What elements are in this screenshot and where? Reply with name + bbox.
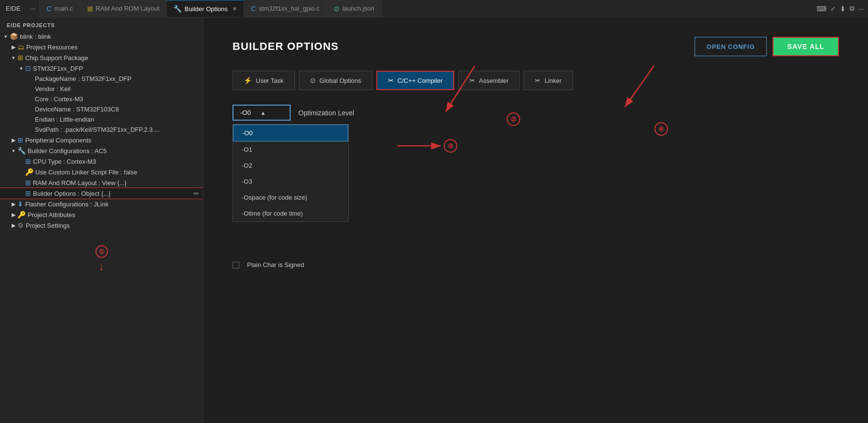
tab-launch-json[interactable]: ⊙launch.json	[327, 0, 382, 17]
cpp-compiler-tab-label: C/C++ Compiler	[398, 77, 443, 84]
tab-ram-rom[interactable]: ⊞RAM And ROM Layout	[80, 0, 167, 17]
option-tabs: ⚡User Task⊙Global Options✂C/C++ Compiler…	[232, 71, 839, 90]
linker-tab-label: Linker	[544, 77, 561, 84]
ram-rom-layout-label: RAM And ROM Layout : View {...}	[33, 179, 203, 187]
tab-stm32-hal[interactable]: Cstm32f1xx_hal_gpio.c	[244, 0, 327, 17]
ram-rom-layout-icon: ⊞	[25, 179, 31, 187]
optimization-selected-value: -O0	[240, 109, 251, 116]
open-config-button[interactable]: OPEN CONFIG	[695, 37, 767, 56]
builder-options-item-edit-icon[interactable]: ✏	[194, 190, 199, 197]
project-attrs-chevron-icon: ▶	[10, 212, 17, 218]
project-resources-label: Project Resources	[26, 44, 203, 51]
builder-header: BUILDER OPTIONS OPEN CONFIG SAVE ALL	[232, 37, 839, 56]
sidebar-item-ram-rom-layout[interactable]: ⊞RAM And ROM Layout : View {...}	[0, 177, 203, 188]
stm32-hal-icon: C	[251, 5, 256, 13]
header-buttons: OPEN CONFIG SAVE ALL	[695, 37, 839, 56]
option-tab-user-task[interactable]: ⚡User Task	[232, 71, 295, 90]
option-tab-linker[interactable]: ✂Linker	[524, 71, 573, 90]
plain-char-signed-checkbox[interactable]	[232, 262, 239, 268]
builder-config-label: Builder Configurations : AC5	[28, 147, 203, 155]
builder-config-chevron-icon: ▾	[10, 148, 17, 154]
project-resources-chevron-icon: ▶	[10, 44, 17, 50]
annotation-arrow-1: ↓	[0, 260, 203, 273]
main-layout: EIDE PROJECTS ▾📦blink : blink ▶🗂Project …	[0, 17, 868, 423]
stm32f1xx-dfp-chevron-icon: ▾	[17, 65, 25, 72]
optimization-dropdown[interactable]: -O0 ▲	[232, 105, 291, 121]
sidebar-item-project-resources[interactable]: ▶🗂Project Resources	[0, 42, 203, 52]
more-icon[interactable]: ···	[858, 5, 864, 13]
stm32f1xx-dfp-label: STM32F1xx_DFP	[33, 65, 203, 72]
keyboard-icon[interactable]: ⌨	[817, 5, 826, 13]
sidebar-item-core[interactable]: Core : Cortex-M3	[0, 94, 203, 104]
option-tab-assembler[interactable]: ✂Assembler	[458, 71, 520, 90]
download-icon[interactable]: ⬇	[840, 5, 846, 13]
builder-options-item-label: Builder Options : Object {...}	[33, 190, 194, 197]
flasher-config-label: Flasher Configurations : JLink	[25, 201, 203, 208]
blink-root-label: blink : blink	[20, 33, 203, 40]
sidebar-item-blink-root[interactable]: ▾📦blink : blink	[0, 31, 203, 42]
launch-json-icon: ⊙	[334, 5, 340, 13]
app-title: EIDE	[0, 5, 26, 12]
save-all-button[interactable]: SAVE ALL	[773, 37, 839, 56]
sidebar-item-builder-config[interactable]: ▾🔧Builder Configurations : AC5	[0, 145, 203, 156]
main-c-icon: C	[46, 5, 51, 13]
sidebar-item-peripheral-components[interactable]: ▶⊞Peripheral Components	[0, 135, 203, 145]
sidebar-item-cpu-type[interactable]: ⊞CPU Type : Cortex-M3	[0, 156, 203, 167]
user-task-tab-label: User Task	[256, 77, 284, 84]
tab-bar: EIDE ··· Cmain.c⊞RAM And ROM Layout🔧Buil…	[0, 0, 868, 17]
dropdown-option-1[interactable]: -O1	[233, 141, 348, 157]
dropdown-option-2[interactable]: -O2	[233, 157, 348, 173]
optimization-label: Optimization Level	[298, 109, 354, 117]
builder-options-item-icon: ⊞	[25, 189, 31, 197]
sidebar-item-builder-options-item[interactable]: ⊞Builder Options : Object {...}✏	[0, 188, 203, 199]
global-options-tab-label: Global Options	[320, 77, 361, 84]
sidebar-item-flasher-config[interactable]: ▶⬇Flasher Configurations : JLink	[0, 199, 203, 209]
sidebar-item-project-attrs[interactable]: ▶🔑Project Attributes	[0, 209, 203, 220]
linker-tab-icon: ✂	[535, 77, 541, 84]
chip-support-chevron-icon: ▾	[10, 55, 17, 61]
dropdown-option-4[interactable]: -Ospace (for code size)	[233, 189, 348, 205]
stm32-hal-label: stm32f1xx_hal_gpio.c	[259, 5, 320, 12]
sidebar-item-pkg-name[interactable]: PackageName : STM32F1xx_DFP	[0, 74, 203, 84]
cpu-type-label: CPU Type : Cortex-M3	[33, 158, 203, 165]
sidebar: EIDE PROJECTS ▾📦blink : blink ▶🗂Project …	[0, 17, 203, 423]
sidebar-item-project-settings[interactable]: ▶⚙Project Settings	[0, 220, 203, 231]
ram-rom-icon: ⊞	[87, 5, 93, 13]
custom-linker-label: Use Custom Linker Script File : false	[35, 169, 203, 176]
project-attrs-icon: 🔑	[17, 211, 26, 219]
other-options-container: Plain Char is Signed	[232, 261, 839, 268]
svg-point-8	[655, 123, 667, 135]
option-tab-cpp-compiler[interactable]: ✂C/C++ Compiler	[376, 71, 454, 90]
dropdown-option-3[interactable]: -O3	[233, 173, 348, 189]
tab-builder-options[interactable]: 🔧Builder Options✕	[167, 0, 244, 17]
optimization-row: -O0 ▲ Optimization Level -O0-O1-O2-O3-Os…	[232, 105, 839, 121]
peripheral-components-chevron-icon: ▶	[10, 137, 17, 143]
project-resources-icon: 🗂	[17, 43, 24, 51]
split-editor-icon[interactable]: ⧉	[850, 4, 854, 13]
pkg-name-label: PackageName : STM32F1xx_DFP	[35, 75, 203, 82]
project-settings-chevron-icon: ▶	[10, 222, 17, 229]
stm32f1xx-dfp-icon: ⊡	[25, 64, 31, 72]
svg-text:④: ④	[658, 125, 664, 133]
svg-text:③: ③	[448, 142, 453, 150]
flasher-config-chevron-icon: ▶	[10, 201, 17, 207]
builder-options-close-button[interactable]: ✕	[232, 6, 237, 12]
sidebar-item-custom-linker[interactable]: 🔑Use Custom Linker Script File : false	[0, 167, 203, 177]
option-tab-global-options[interactable]: ⊙Global Options	[299, 71, 372, 90]
checkmark-icon[interactable]: ✓	[830, 5, 836, 13]
dropdown-option-5[interactable]: -Otime (for code time)	[233, 205, 348, 221]
sidebar-item-device-name[interactable]: DeviceName : STM32F103C8	[0, 104, 203, 114]
assembler-tab-icon: ✂	[469, 77, 475, 84]
sidebar-item-svd-path[interactable]: SvdPath : .pack/Keil/STM32F1xx_DFP.2.3..…	[0, 125, 203, 135]
sidebar-item-vendor[interactable]: Vendor : Keil	[0, 84, 203, 94]
sidebar-item-stm32f1xx-dfp[interactable]: ▾⊡STM32F1xx_DFP	[0, 63, 203, 74]
sidebar-item-endian[interactable]: Endian : Little-endian	[0, 114, 203, 125]
peripheral-components-label: Peripheral Components	[25, 137, 203, 144]
app-menu-dots[interactable]: ···	[26, 5, 39, 12]
device-name-label: DeviceName : STM32F103C8	[35, 106, 203, 113]
ram-rom-label: RAM And ROM Layout	[96, 5, 160, 12]
sidebar-item-chip-support[interactable]: ▾⊞Chip Support Package	[0, 52, 203, 63]
tab-main-c[interactable]: Cmain.c	[40, 0, 80, 17]
project-attrs-label: Project Attributes	[28, 211, 203, 219]
dropdown-option-0[interactable]: -O0	[233, 125, 348, 141]
